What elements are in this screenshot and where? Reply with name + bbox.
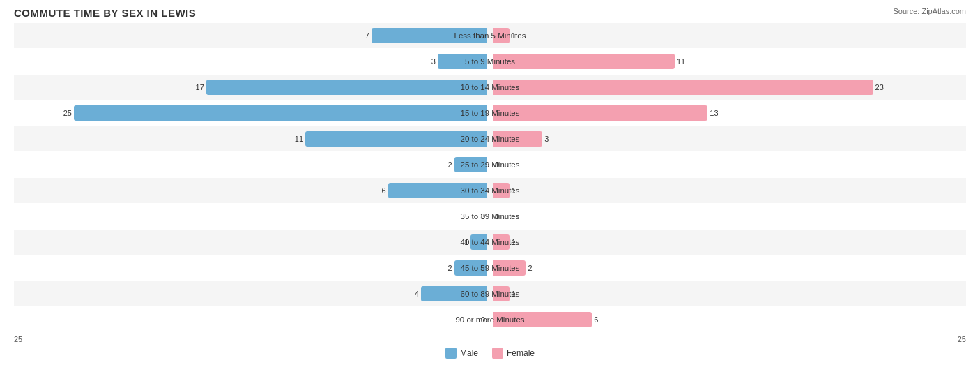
- chart-container: COMMUTE TIME BY SEX IN LEWIS Source: Zip…: [0, 0, 980, 365]
- female-bar: [493, 131, 542, 147]
- male-value: 4: [408, 290, 419, 298]
- left-section: 0: [14, 204, 490, 229]
- female-bar: [493, 105, 707, 121]
- left-section: 7: [14, 23, 490, 48]
- female-legend-box: [492, 348, 503, 359]
- right-section: 6: [490, 307, 966, 332]
- female-bar: [493, 260, 526, 276]
- right-section: 1: [490, 230, 966, 255]
- bar-row: 3115 to 9 Minutes: [14, 49, 966, 74]
- axis-bottom: 25 25: [14, 335, 966, 343]
- right-section: 3: [490, 126, 966, 151]
- female-bar: [493, 54, 675, 69]
- female-bar: [493, 183, 510, 198]
- male-value: 6: [375, 186, 386, 195]
- bars-area: 71Less than 5 Minutes3115 to 9 Minutes17…: [14, 23, 966, 332]
- right-section: 0: [490, 152, 966, 177]
- female-bar: [493, 312, 592, 327]
- female-value: 3: [544, 135, 556, 143]
- female-value: 13: [710, 109, 721, 117]
- legend: Male Female: [14, 348, 966, 359]
- male-bar: [470, 234, 487, 250]
- right-section: 2: [490, 255, 966, 281]
- axis-left: 25: [14, 335, 22, 343]
- male-bar: [206, 80, 487, 95]
- bar-row: 172310 to 14 Minutes: [14, 75, 966, 100]
- male-bar: [454, 260, 487, 276]
- bar-row: 251315 to 19 Minutes: [14, 100, 966, 126]
- right-section: 1: [490, 23, 966, 48]
- right-section: 11: [490, 49, 966, 74]
- male-legend-box: [445, 348, 457, 359]
- male-value: 17: [193, 83, 204, 91]
- male-bar: [421, 286, 487, 301]
- left-section: 2: [14, 255, 490, 281]
- female-bar: [493, 80, 873, 95]
- male-bar: [438, 54, 487, 69]
- female-value: 1: [512, 31, 523, 40]
- bar-row: 11320 to 24 Minutes: [14, 126, 966, 151]
- male-bar: [74, 105, 487, 121]
- right-section: 23: [490, 75, 966, 100]
- left-section: 2: [14, 152, 490, 177]
- left-section: 4: [14, 281, 490, 306]
- female-bar: [493, 234, 510, 250]
- bar-row: 0035 to 39 Minutes: [14, 204, 966, 229]
- male-value: 0: [474, 315, 485, 324]
- legend-male: Male: [445, 348, 478, 359]
- right-section: 0: [490, 204, 966, 229]
- female-value: 1: [512, 290, 523, 298]
- left-section: 3: [14, 49, 490, 74]
- bar-row: 2025 to 29 Minutes: [14, 152, 966, 177]
- male-value: 0: [474, 212, 485, 221]
- female-value: 1: [512, 186, 523, 195]
- bar-row: 6130 to 34 Minutes: [14, 178, 966, 203]
- left-section: 6: [14, 178, 490, 203]
- female-value: 2: [528, 264, 539, 272]
- right-section: 1: [490, 281, 966, 306]
- bar-row: 71Less than 5 Minutes: [14, 23, 966, 48]
- left-section: 17: [14, 75, 490, 100]
- male-value: 25: [61, 109, 72, 117]
- right-section: 1: [490, 178, 966, 203]
- female-legend-label: Female: [507, 348, 535, 358]
- chart-title: COMMUTE TIME BY SEX IN LEWIS: [14, 7, 966, 19]
- male-value: 2: [441, 264, 452, 272]
- male-value: 1: [457, 238, 468, 246]
- left-section: 11: [14, 126, 490, 151]
- male-value: 2: [441, 161, 452, 169]
- axis-right: 25: [958, 335, 966, 343]
- female-value: 6: [594, 315, 605, 324]
- female-value: 0: [495, 161, 506, 169]
- female-bar: [493, 286, 510, 301]
- male-bar: [372, 28, 487, 43]
- bar-row: 0690 or more Minutes: [14, 307, 966, 332]
- bar-row: 4160 to 89 Minutes: [14, 281, 966, 306]
- male-bar: [305, 131, 487, 147]
- left-section: 0: [14, 307, 490, 332]
- source-text: Source: ZipAtlas.com: [893, 7, 966, 15]
- male-value: 11: [292, 135, 303, 143]
- bar-row: 1140 to 44 Minutes: [14, 230, 966, 255]
- male-value: 3: [424, 57, 436, 66]
- female-bar: [493, 28, 510, 43]
- male-bar: [388, 183, 487, 198]
- female-value: 11: [677, 57, 688, 66]
- legend-female: Female: [492, 348, 535, 359]
- female-value: 23: [875, 83, 887, 91]
- male-value: 7: [358, 31, 369, 40]
- male-bar: [454, 157, 487, 172]
- chart-body: 71Less than 5 Minutes3115 to 9 Minutes17…: [14, 23, 966, 359]
- left-section: 25: [14, 100, 490, 126]
- bar-row: 2245 to 59 Minutes: [14, 255, 966, 281]
- right-section: 13: [490, 100, 966, 126]
- female-value: 1: [512, 238, 523, 246]
- male-legend-label: Male: [460, 348, 478, 358]
- left-section: 1: [14, 230, 490, 255]
- female-value: 0: [495, 212, 506, 221]
